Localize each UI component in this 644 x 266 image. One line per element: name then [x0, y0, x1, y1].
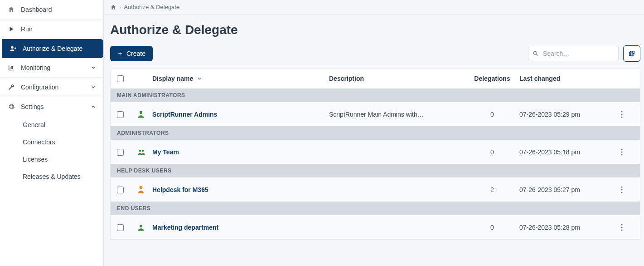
- sidebar-subitem-licenses[interactable]: Licenses: [0, 151, 103, 168]
- sort-indicator-icon: [197, 76, 202, 81]
- sidebar-item-label: Authorize & Delegate: [23, 45, 96, 52]
- svg-point-4: [621, 111, 622, 112]
- row-description: ScriptRunner Main Admins with…: [329, 111, 424, 118]
- row-name-link[interactable]: ScriptRunner Admins: [152, 111, 217, 118]
- sidebar-subitem-releases-updates[interactable]: Releases & Updates: [0, 168, 103, 185]
- group-header-main-administrators: MAIN ADMINISTRATORS: [111, 89, 640, 102]
- gear-icon: [7, 103, 15, 111]
- sidebar-item-dashboard[interactable]: Dashboard: [0, 0, 103, 20]
- select-all-checkbox[interactable]: [117, 75, 124, 82]
- row-name-link[interactable]: Marketing department: [152, 224, 218, 231]
- chevron-down-icon: [91, 84, 96, 90]
- group-header-end-users: END USERS: [111, 202, 640, 215]
- search-input[interactable]: [528, 46, 619, 61]
- svg-point-9: [621, 148, 622, 150]
- table-row[interactable]: ScriptRunner Admins ScriptRunner Main Ad…: [111, 102, 640, 126]
- breadcrumb-home-icon[interactable]: [110, 4, 116, 10]
- svg-point-7: [139, 150, 141, 152]
- row-name-link[interactable]: Helpdesk for M365: [152, 186, 208, 193]
- page-title: Authorize & Delegate: [110, 23, 640, 37]
- column-header-description[interactable]: Description: [329, 75, 465, 82]
- table-row[interactable]: Marketing department 0 07-26-2023 05:28 …: [111, 215, 640, 239]
- more-vertical-icon: [621, 111, 623, 118]
- column-header-label: Last changed: [519, 75, 560, 82]
- create-button[interactable]: Create: [110, 46, 153, 61]
- svg-point-17: [621, 224, 622, 225]
- svg-point-5: [621, 113, 622, 115]
- sidebar: Dashboard Run Authorize & Delegate Monit…: [0, 0, 104, 266]
- column-header-delegations[interactable]: Delegations: [465, 75, 519, 82]
- sidebar-item-label: Dashboard: [21, 6, 96, 13]
- user-icon: [137, 223, 145, 232]
- svg-rect-3: [140, 111, 142, 112]
- row-date: 07-26-2023 05:29 pm: [519, 111, 580, 118]
- sidebar-item-label: Run: [21, 25, 96, 33]
- svg-point-2: [140, 111, 142, 114]
- svg-point-13: [621, 186, 622, 187]
- table-header-row: Display name Description Delegations Las…: [111, 69, 640, 89]
- table-row[interactable]: Helpdesk for M365 2 07-26-2023 05:27 pm: [111, 177, 640, 202]
- home-icon: [7, 5, 15, 14]
- sidebar-item-label: Monitoring: [21, 64, 91, 71]
- wrench-icon: [7, 83, 15, 91]
- play-icon: [7, 25, 15, 33]
- sidebar-item-authorize-delegate[interactable]: Authorize & Delegate: [2, 39, 103, 58]
- breadcrumb-separator: ›: [119, 4, 121, 10]
- row-delegations: 0: [490, 111, 494, 118]
- admin-user-icon: [137, 110, 145, 118]
- row-more-button[interactable]: [619, 109, 625, 120]
- column-header-last-changed[interactable]: Last changed: [519, 75, 619, 82]
- row-date: 07-26-2023 05:27 pm: [519, 186, 580, 193]
- sidebar-item-label: Settings: [21, 103, 91, 110]
- row-date: 07-26-2023 05:28 pm: [519, 224, 580, 231]
- refresh-button[interactable]: [623, 45, 640, 62]
- svg-point-18: [621, 227, 622, 228]
- column-header-display-name[interactable]: Display name: [152, 75, 329, 82]
- svg-point-1: [533, 51, 537, 54]
- main-content: › Authorize & Delegate Authorize & Deleg…: [104, 0, 644, 266]
- row-delegations: 0: [490, 224, 494, 231]
- sidebar-subitem-label: General: [23, 121, 45, 128]
- column-header-label: Display name: [152, 75, 193, 82]
- more-vertical-icon: [621, 186, 623, 193]
- svg-point-16: [140, 225, 142, 227]
- toolbar: Create: [110, 45, 640, 62]
- svg-point-10: [621, 151, 622, 153]
- row-checkbox[interactable]: [117, 187, 124, 193]
- group-header-helpdesk-users: HELP DESK USERS: [111, 164, 640, 177]
- group-icon: [137, 148, 146, 156]
- more-vertical-icon: [621, 148, 623, 156]
- column-header-label: Delegations: [474, 75, 510, 82]
- row-more-button[interactable]: [619, 184, 625, 195]
- svg-point-15: [621, 192, 622, 193]
- roles-table: Display name Description Delegations Las…: [110, 68, 640, 240]
- sidebar-subitem-connectors[interactable]: Connectors: [0, 133, 103, 151]
- search-field: [528, 46, 619, 61]
- row-more-button[interactable]: [619, 222, 625, 233]
- helpdesk-user-icon: [137, 186, 145, 194]
- svg-point-6: [621, 116, 622, 118]
- table-row[interactable]: My Team 0 07-26-2023 05:18 pm: [111, 140, 640, 164]
- more-vertical-icon: [621, 224, 623, 231]
- sidebar-subitem-general[interactable]: General: [0, 116, 103, 133]
- row-name-link[interactable]: My Team: [152, 148, 179, 156]
- sidebar-subitem-label: Licenses: [23, 156, 48, 163]
- chevron-down-icon: [91, 65, 96, 70]
- svg-point-19: [621, 229, 622, 231]
- row-checkbox[interactable]: [117, 149, 124, 156]
- group-header-administrators: ADMINISTRATORS: [111, 126, 640, 140]
- sidebar-item-settings[interactable]: Settings: [0, 97, 103, 116]
- row-checkbox[interactable]: [117, 224, 124, 231]
- user-plus-icon: [9, 44, 17, 53]
- sidebar-subitem-label: Connectors: [23, 138, 55, 146]
- row-more-button[interactable]: [619, 147, 625, 158]
- row-checkbox[interactable]: [117, 111, 124, 118]
- sidebar-item-monitoring[interactable]: Monitoring: [0, 58, 103, 78]
- row-delegations: 0: [490, 148, 494, 156]
- row-date: 07-26-2023 05:18 pm: [519, 148, 580, 156]
- breadcrumb: › Authorize & Delegate: [104, 0, 644, 15]
- sidebar-item-label: Configuration: [21, 84, 91, 91]
- sidebar-item-configuration[interactable]: Configuration: [0, 78, 103, 97]
- breadcrumb-current: Authorize & Delegate: [124, 4, 179, 10]
- sidebar-item-run[interactable]: Run: [0, 20, 103, 39]
